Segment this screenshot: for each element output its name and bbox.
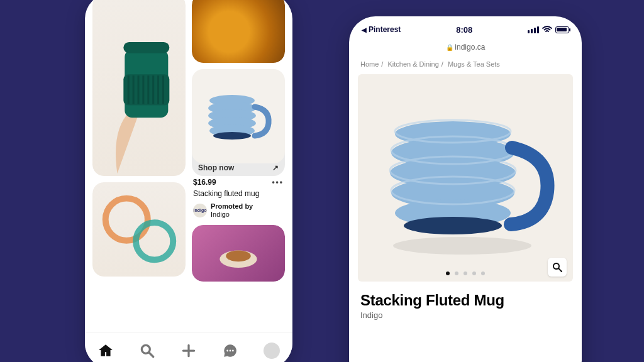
open-external-icon: ↗ <box>272 163 279 172</box>
wifi-icon <box>542 26 552 33</box>
tab-search-icon[interactable] <box>139 343 155 359</box>
pin-image <box>192 225 285 282</box>
gallery-pager <box>358 272 573 275</box>
back-to-app[interactable]: Pinterest <box>362 25 401 34</box>
promoted-label: Promoted by <box>211 202 253 210</box>
crumb-0[interactable]: Home <box>360 60 379 68</box>
pager-dot[interactable] <box>446 272 450 275</box>
battery-icon <box>555 26 569 33</box>
pin-pink[interactable] <box>192 225 285 282</box>
product-brand[interactable]: Indigo <box>349 310 582 331</box>
svg-rect-10 <box>123 42 169 53</box>
url-domain: indigo.ca <box>455 43 485 52</box>
shop-now-label: Shop now <box>198 163 234 172</box>
pin-green-cup[interactable] <box>92 0 186 176</box>
pin-meta: $16.99 ••• Stacking fluted mug Indigo Pr… <box>192 176 285 219</box>
pinterest-phone: Shop now ↗ $16.99 ••• Stacking fluted mu… <box>85 0 292 362</box>
svg-line-22 <box>149 353 153 357</box>
status-clock: 8:08 <box>456 25 472 35</box>
safari-url-bar[interactable]: indigo.ca <box>349 43 582 57</box>
svg-point-24 <box>230 349 231 351</box>
promoter-name: Indigo <box>211 211 230 218</box>
svg-point-35 <box>404 217 502 234</box>
status-right <box>528 26 569 33</box>
svg-point-11 <box>106 199 148 241</box>
svg-point-12 <box>136 222 173 260</box>
svg-point-18 <box>213 132 251 140</box>
back-app-label: Pinterest <box>369 25 401 34</box>
pager-dot[interactable] <box>472 272 476 275</box>
pin-amber-glass[interactable] <box>192 0 285 63</box>
promoter-text: Promoted by Indigo <box>211 202 253 218</box>
tab-profile-icon[interactable] <box>264 343 280 359</box>
pin-image <box>92 0 186 176</box>
pin-glasses[interactable] <box>92 182 186 277</box>
product-hero[interactable] <box>358 74 573 282</box>
pin-shoppable-mug[interactable]: Shop now ↗ $16.99 ••• Stacking fluted mu… <box>192 69 285 219</box>
pin-image <box>92 182 186 277</box>
pinterest-tabbar <box>85 332 292 362</box>
feed-col-right: Shop now ↗ $16.99 ••• Stacking fluted mu… <box>192 0 285 282</box>
pager-dot[interactable] <box>464 272 467 275</box>
feed-col-left <box>92 0 186 282</box>
svg-line-38 <box>558 268 562 272</box>
pin-price: $16.99 <box>193 177 216 187</box>
safari-phone: Pinterest 8:08 indigo.ca Home/ Kitchen &… <box>349 16 582 362</box>
svg-point-20 <box>226 250 250 261</box>
svg-point-36 <box>393 237 531 255</box>
tab-home-icon[interactable] <box>97 343 114 359</box>
pager-dot[interactable] <box>455 272 458 275</box>
status-bar: Pinterest 8:08 <box>349 16 582 43</box>
pin-image <box>192 0 285 63</box>
pager-dot[interactable] <box>481 272 485 275</box>
magnifier-icon <box>552 262 562 272</box>
tab-inbox-icon[interactable] <box>222 343 238 359</box>
promoter-avatar: Indigo <box>193 204 207 217</box>
svg-point-25 <box>232 349 234 351</box>
product-title: Stacking Fluted Mug <box>349 282 582 310</box>
signal-icon <box>528 26 539 33</box>
tab-create-icon[interactable] <box>180 343 197 359</box>
pin-image <box>192 69 285 163</box>
pin-overflow-icon[interactable]: ••• <box>272 177 284 187</box>
crumb-1[interactable]: Kitchen & Dining <box>387 60 438 68</box>
zoom-button[interactable] <box>548 258 567 277</box>
svg-point-23 <box>226 349 228 351</box>
breadcrumb: Home/ Kitchen & Dining/ Mugs & Tea Sets <box>349 57 582 74</box>
pin-title: Stacking fluted mug <box>193 187 284 199</box>
pinterest-feed: Shop now ↗ $16.99 ••• Stacking fluted mu… <box>85 0 292 332</box>
crumb-2[interactable]: Mugs & Tea Sets <box>448 60 500 68</box>
pin-promoted[interactable]: Indigo Promoted by Indigo <box>193 202 284 218</box>
